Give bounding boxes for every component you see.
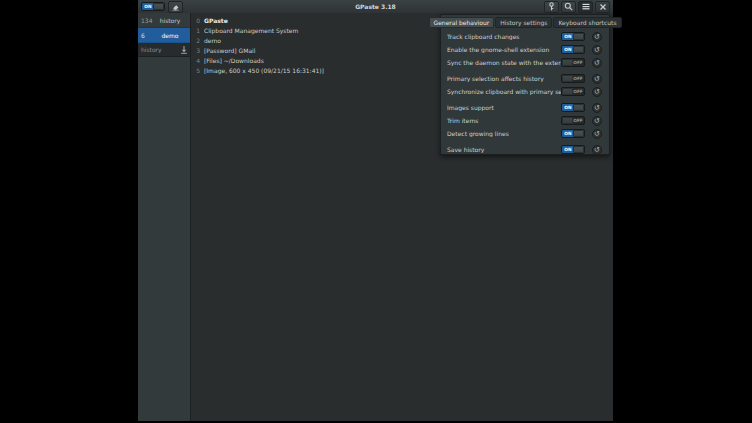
setting-row: Images support ON ↺ [441, 101, 609, 114]
switch-handle [573, 146, 584, 153]
settings-panel: General behaviour History settings Keybo… [440, 14, 610, 155]
history-item-count: 6 [138, 32, 154, 39]
reset-setting-button[interactable]: ↺ [592, 45, 602, 55]
switch-state-label: ON [564, 47, 573, 52]
eraser-icon [171, 2, 180, 11]
clipboard-item-index: 2 [191, 37, 200, 44]
clipboard-item-text: [Files] ~/Downloads [204, 57, 264, 64]
switch-state-label: OFF [574, 60, 583, 65]
switch-handle [573, 130, 584, 137]
add-history-icon[interactable] [178, 45, 190, 54]
setting-label: Enable the gnome-shell extension [447, 46, 561, 53]
setting-switch[interactable]: ON [561, 32, 585, 41]
reset-icon: ↺ [594, 46, 600, 54]
setting-row: Enable the gnome-shell extension ON ↺ [441, 43, 609, 56]
setting-label: Sync the daemon state with the extension… [447, 59, 561, 66]
setting-label: Track clipboard changes [447, 33, 561, 40]
switch-state-label: ON [564, 105, 573, 110]
close-icon [599, 3, 607, 11]
search-button[interactable] [561, 1, 576, 13]
history-item-count: 134 [138, 17, 154, 24]
setting-switch[interactable]: OFF [561, 74, 585, 83]
settings-tab-label: Keyboard shortcuts [558, 19, 616, 26]
setting-label: Save history [447, 146, 561, 153]
reset-setting-button[interactable]: ↺ [592, 74, 602, 84]
password-button[interactable] [544, 1, 559, 13]
setting-row: Save history ON ↺ [441, 143, 609, 156]
setting-switch[interactable]: OFF [561, 87, 585, 96]
switch-handle [562, 88, 573, 95]
settings-menu-button[interactable] [578, 1, 593, 13]
switch-state-label: ON [564, 34, 573, 39]
reset-setting-button[interactable]: ↺ [592, 87, 602, 97]
history-list-entry[interactable]: 134 history [138, 13, 190, 28]
reset-setting-button[interactable]: ↺ [592, 32, 602, 42]
clipboard-item-index: 0 [191, 17, 200, 24]
search-icon [564, 2, 573, 11]
switch-state-label: OFF [574, 76, 583, 81]
switch-handle [153, 3, 164, 10]
settings-tabs: General behaviour History settings Keybo… [441, 17, 609, 28]
reset-icon: ↺ [594, 33, 600, 41]
setting-row: Synchronize clipboard with primary selec… [441, 85, 609, 98]
clipboard-item-text: [Image, 600 x 450 (09/21/15 16:31:41)] [204, 67, 324, 74]
reset-icon: ↺ [594, 104, 600, 112]
clipboard-item-index: 3 [191, 47, 200, 54]
setting-row: Sync the daemon state with the extension… [441, 56, 609, 69]
setting-row: Primary selection affects history OFF ↺ [441, 72, 609, 85]
setting-label: Synchronize clipboard with primary selec… [447, 88, 561, 95]
reset-setting-button[interactable]: ↺ [592, 145, 602, 155]
new-history-entry [138, 43, 190, 57]
settings-tab[interactable]: General behaviour [429, 17, 495, 28]
menu-icon [582, 2, 590, 11]
header-bar: GPaste 3.18 ON [138, 0, 613, 14]
history-item-label: demo [154, 32, 190, 39]
window-title: GPaste 3.18 [138, 0, 613, 13]
clear-history-button[interactable] [168, 1, 183, 13]
settings-rows: Track clipboard changes ON ↺ Enable the … [441, 30, 609, 156]
setting-switch[interactable]: ON [561, 145, 585, 154]
setting-label: Primary selection affects history [447, 75, 561, 82]
close-button[interactable] [595, 1, 610, 13]
key-icon [547, 2, 556, 11]
switch-handle [562, 75, 573, 82]
switch-state-label: OFF [574, 89, 583, 94]
header-right-controls [544, 1, 610, 12]
switch-handle [573, 46, 584, 53]
switch-handle [573, 33, 584, 40]
history-item-label: history [154, 17, 190, 24]
clipboard-item-index: 5 [191, 67, 200, 74]
settings-tab[interactable]: Keyboard shortcuts [553, 17, 621, 28]
reset-icon: ↺ [594, 88, 600, 96]
history-list-entry[interactable]: 6 demo [138, 28, 190, 43]
setting-label: Trim items [447, 117, 561, 124]
setting-label: Images support [447, 104, 561, 111]
switch-state-label: ON [564, 147, 573, 152]
setting-row: Trim items OFF ↺ [441, 114, 609, 127]
reset-setting-button[interactable]: ↺ [592, 116, 602, 126]
gpaste-window: GPaste 3.18 ON [138, 0, 613, 421]
setting-row: Track clipboard changes ON ↺ [441, 30, 609, 43]
track-changes-switch[interactable]: ON [141, 2, 165, 11]
switch-handle [562, 59, 573, 66]
setting-switch[interactable]: OFF [561, 58, 585, 67]
switch-state-label: OFF [574, 118, 583, 123]
switch-handle [573, 104, 584, 111]
setting-switch[interactable]: ON [561, 103, 585, 112]
setting-switch[interactable]: ON [561, 129, 585, 138]
reset-setting-button[interactable]: ↺ [592, 103, 602, 113]
reset-setting-button[interactable]: ↺ [592, 58, 602, 68]
setting-switch[interactable]: ON [561, 45, 585, 54]
setting-switch[interactable]: OFF [561, 116, 585, 125]
switch-state-label: ON [144, 4, 153, 9]
clipboard-item-text: Clipboard Management System [204, 27, 298, 34]
reset-setting-button[interactable]: ↺ [592, 129, 602, 139]
clipboard-item-index: 4 [191, 57, 200, 64]
setting-label: Detect growing lines [447, 130, 561, 137]
desktop: { "window": { "title": "GPaste 3.18" }, … [0, 0, 752, 423]
header-left-controls: ON [141, 1, 183, 12]
clipboard-item-index: 1 [191, 27, 200, 34]
new-history-input[interactable] [138, 46, 178, 53]
settings-tab[interactable]: History settings [495, 17, 552, 28]
clipboard-item-text: GPaste [204, 17, 228, 24]
